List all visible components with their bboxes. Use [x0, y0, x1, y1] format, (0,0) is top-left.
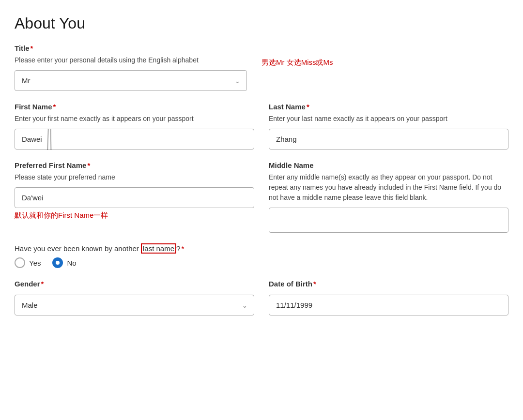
preferred-name-helper: Please state your preferred name [15, 172, 254, 182]
title-label: Title* [15, 44, 508, 52]
dob-input[interactable] [269, 295, 508, 315]
gender-select[interactable]: Male Female Other [15, 295, 254, 315]
preferred-name-col: Preferred First Name* Please state your … [15, 161, 254, 233]
last-name-highlighted: last name [141, 243, 176, 254]
first-name-helper: Enter your first name exactly as it appe… [15, 114, 254, 124]
name-row: First Name* Enter your first name exactl… [15, 103, 508, 150]
radio-no[interactable]: No [52, 257, 76, 268]
first-name-col: First Name* Enter your first name exactl… [15, 103, 254, 150]
title-select[interactable]: Mr Mrs Miss Ms Dr [15, 70, 247, 91]
first-name-label: First Name* [15, 103, 254, 111]
middle-name-helper: Enter any middle name(s) exactly as they… [269, 172, 508, 203]
title-helper: Please enter your personal details using… [15, 55, 247, 65]
preferred-name-label: Preferred First Name* [15, 161, 254, 169]
another-last-name-section: Have you ever been known by another last… [15, 244, 508, 268]
radio-no-label: No [67, 259, 76, 267]
last-name-label: Last Name* [269, 103, 508, 111]
first-name-input-wrapper [15, 129, 254, 150]
gender-dob-row: Gender* Male Female Other ⌄ Date of Birt… [15, 280, 508, 315]
gender-select-wrapper[interactable]: Male Female Other ⌄ [15, 295, 254, 315]
another-last-name-radio-group: Yes No [15, 257, 508, 268]
radio-no-circle [52, 257, 63, 268]
title-select-wrapper[interactable]: Mr Mrs Miss Ms Dr ⌄ [15, 70, 247, 91]
radio-yes[interactable]: Yes [15, 257, 41, 268]
radio-yes-label: Yes [29, 259, 41, 267]
gender-label: Gender* [15, 280, 254, 288]
middle-name-label: Middle Name [269, 161, 508, 169]
page-title: About You [15, 15, 508, 32]
last-name-input[interactable] [269, 129, 508, 150]
first-name-input[interactable] [15, 129, 254, 150]
dob-label: Date of Birth* [269, 280, 508, 288]
dob-col: Date of Birth* [269, 280, 508, 315]
gender-col: Gender* Male Female Other ⌄ [15, 280, 254, 315]
middle-name-input[interactable] [269, 208, 508, 233]
title-annotation: 男选Mr 女选Miss或Ms [262, 58, 508, 67]
last-name-col: Last Name* Enter your last name exactly … [269, 103, 508, 150]
preferred-name-annotation: 默认就和你的First Name一样 [15, 211, 254, 220]
preferred-name-input[interactable] [15, 187, 254, 208]
another-last-name-question: Have you ever been known by another last… [15, 244, 508, 253]
middle-name-col: Middle Name Enter any middle name(s) exa… [269, 161, 508, 233]
last-name-helper: Enter your last name exactly as it appea… [269, 114, 508, 124]
title-section: Title* Please enter your personal detail… [15, 44, 508, 91]
preferred-middle-row: Preferred First Name* Please state your … [15, 161, 508, 233]
radio-yes-circle [15, 257, 25, 268]
